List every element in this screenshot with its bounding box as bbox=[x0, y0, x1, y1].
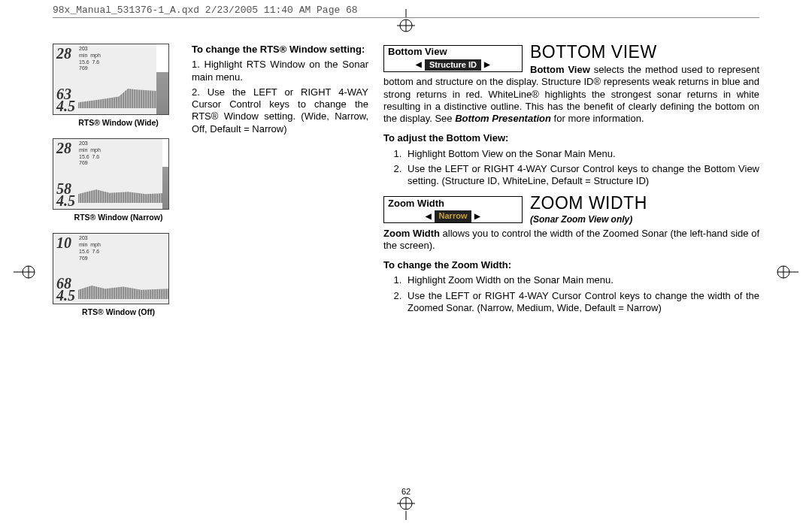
zoom-width-body: Zoom Width allows you to control the wid… bbox=[383, 228, 759, 252]
page-number: 62 bbox=[401, 487, 411, 496]
zoom-width-subtitle: (Sonar Zoom View only) bbox=[530, 214, 632, 225]
chip-label: Zoom Width bbox=[384, 197, 522, 210]
bottom-view-menu-chip: Bottom View ◀ Structure ID ▶ bbox=[383, 45, 523, 72]
rts-heading: To change the RTS® Window setting: bbox=[192, 44, 368, 56]
registration-mark-bottom bbox=[383, 496, 429, 523]
bottom-view-title: BOTTOM VIEW bbox=[530, 44, 657, 61]
chevron-right-icon: ▶ bbox=[473, 212, 482, 222]
bottom-view-step-2: Use the LEFT or RIGHT 4-WAY Cursor Contr… bbox=[404, 163, 759, 188]
zoom-width-title: ZOOM WIDTH bbox=[530, 195, 647, 212]
zoom-width-change-heading: To change the Zoom Width: bbox=[383, 259, 759, 271]
zoom-width-section: Zoom Width ◀ Narrow ▶ ZOOM WIDTH (Sonar … bbox=[383, 195, 759, 259]
crop-mark-right bbox=[773, 259, 798, 288]
rts-instructions: To change the RTS® Window setting: 1. Hi… bbox=[192, 44, 368, 487]
zoom-width-steps: Highlight Zoom Width on the Sonar Main m… bbox=[383, 274, 759, 314]
chevron-left-icon: ◀ bbox=[414, 60, 423, 70]
chip-value: Narrow bbox=[435, 210, 472, 222]
zoom-width-step-2: Use the LEFT or RIGHT 4-WAY Cursor Contr… bbox=[404, 290, 759, 315]
right-column: Bottom View ◀ Structure ID ▶ BOTTOM VIEW… bbox=[383, 44, 759, 487]
rts-step-2: 2. Use the LEFT or RIGHT 4-WAY Cursor Co… bbox=[192, 86, 368, 135]
thumb-rts-wide: 28 203 min mph 15.6 7.6 769 63 4.5 bbox=[53, 44, 169, 115]
thumb-rts-off: 10 203 min mph 15.6 7.6 769 68 4.5 bbox=[53, 233, 169, 304]
bottom-view-steps: Highlight Bottom View on the Sonar Main … bbox=[383, 148, 759, 188]
thumb-rts-narrow: 28 203 min mph 15.6 7.6 769 58 4.5 bbox=[53, 138, 169, 210]
rts-step-1: 1. Highlight RTS Window on the Sonar mai… bbox=[192, 59, 368, 83]
chip-label: Bottom View bbox=[384, 46, 522, 59]
thumbnail-stack: 28 203 min mph 15.6 7.6 769 63 4.5 RTS® … bbox=[53, 44, 184, 487]
chevron-right-icon: ▶ bbox=[483, 60, 492, 70]
bottom-view-step-1: Highlight Bottom View on the Sonar Main … bbox=[404, 148, 759, 160]
crop-mark-left bbox=[14, 259, 39, 288]
thumb-narrow-caption: RTS® Window (Narrow) bbox=[53, 213, 184, 222]
bottom-view-body: Bottom View selects the method used to r… bbox=[383, 64, 759, 125]
zoom-width-menu-chip: Zoom Width ◀ Narrow ▶ bbox=[383, 196, 523, 223]
page-body: 28 203 min mph 15.6 7.6 769 63 4.5 RTS® … bbox=[53, 44, 759, 487]
left-column: 28 203 min mph 15.6 7.6 769 63 4.5 RTS® … bbox=[53, 44, 368, 487]
zoom-width-step-1: Highlight Zoom Width on the Sonar Main m… bbox=[404, 274, 759, 286]
thumb-off-caption: RTS® Window (Off) bbox=[53, 307, 184, 317]
thumb-wide-caption: RTS® Window (Wide) bbox=[53, 118, 184, 128]
chip-value: Structure ID bbox=[425, 59, 481, 71]
bottom-view-section: Bottom View ◀ Structure ID ▶ BOTTOM VIEW… bbox=[383, 44, 759, 132]
document-slug-header: 98x_Manual_531376-1_A.qxd 2/23/2005 11:4… bbox=[53, 5, 759, 18]
chevron-left-icon: ◀ bbox=[424, 212, 433, 222]
bottom-view-adjust-heading: To adjust the Bottom View: bbox=[383, 132, 759, 144]
